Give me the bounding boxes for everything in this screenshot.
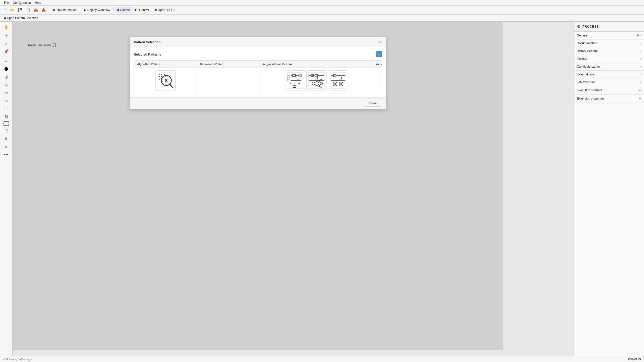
svg-point-3 — [159, 76, 160, 77]
right-panel-title: PROCESS — [582, 25, 599, 28]
panel-section-candidate-starter[interactable]: Candidate starter › — [574, 63, 644, 71]
right-panel: ⚙ PROCESS General › Documentation › Hist… — [574, 22, 644, 356]
history-cleanup-label: History cleanup — [577, 49, 598, 53]
panel-section-general[interactable]: General › — [574, 32, 644, 39]
open-pattern-selection-label: Open Pattern Selection — [7, 16, 38, 20]
main-layout: ✋ ✛ ⤢ 📌 ○ ⬤ ◎ ◇ ▭ ⊟ 📄 🗄 ⬚ ⊟ ▱ ••• Token … — [0, 22, 644, 356]
gear-icon: ⚙ — [577, 24, 580, 29]
svg-text:R: R — [334, 75, 335, 77]
open-pattern-selection-button[interactable]: ■ Open Pattern Selection — [2, 16, 40, 21]
panel-section-external-task[interactable]: External task › — [574, 71, 644, 78]
tool-stack[interactable]: 🗄 — [2, 113, 11, 120]
svg-text:T: T — [340, 77, 341, 79]
quantme-icon: ■ — [135, 8, 137, 12]
canvas-area: Token Simulation 🔄 Pattern Selection ✕ S… — [13, 22, 574, 356]
documentation-arrow: › — [640, 42, 641, 45]
tool-task[interactable]: ▭ — [2, 89, 11, 96]
save-as-button[interactable]: 📋 — [24, 7, 32, 13]
save-button[interactable]: 💾 — [17, 7, 24, 13]
panel-section-job-execution[interactable]: Job execution › — [574, 78, 644, 86]
deploy-icon: ▶ — [84, 8, 86, 12]
tool-rect-border[interactable] — [4, 121, 9, 126]
export-button[interactable]: 📤 — [32, 7, 39, 13]
check-icon: ✓ — [3, 357, 5, 361]
tool-cross-rect[interactable]: ⬚ — [2, 127, 11, 134]
right-panel-header: ⚙ PROCESS — [574, 22, 644, 32]
aug-svg-1: |0> |0> |0> — [286, 72, 303, 89]
tool-diamond[interactable]: ◇ — [2, 81, 11, 88]
history-cleanup-arrow: › — [640, 50, 641, 53]
bpmn-logo: BPMN.IO — [628, 358, 641, 361]
tool-grid[interactable]: ⊟ — [2, 135, 11, 142]
job-execution-label: Job execution — [577, 80, 595, 84]
pattern-table: Algorithm Pattern Behavioral Pattern Aug… — [134, 60, 382, 93]
dialog-header: Pattern Selection ✕ — [130, 37, 386, 47]
execution-listeners-add[interactable]: + — [639, 88, 641, 92]
deploy-workflow-button[interactable]: ▶ Deploy Workflow — [82, 7, 112, 13]
done-button[interactable]: Done — [364, 100, 382, 107]
tool-circle-dot[interactable]: ◎ — [2, 73, 11, 80]
tool-arrows[interactable]: ⤢ — [2, 40, 11, 47]
algorithm-pattern-svg: $ — [157, 72, 174, 89]
new-button[interactable]: 📄 — [1, 7, 8, 13]
toolbar-sep-3 — [113, 8, 114, 13]
add-pattern-button[interactable]: + — [376, 51, 382, 57]
aug-svg-2: H — [308, 72, 325, 89]
col-augmentation: Augmentation Pattern — [260, 61, 373, 68]
tool-doc[interactable]: 📄 — [2, 105, 11, 112]
status-bar: ✓ 0 Errors, 0 Warnings BPMN.IO — [0, 356, 644, 362]
panel-section-extension-properties[interactable]: Extension properties + — [574, 95, 644, 103]
job-execution-arrow: › — [640, 81, 641, 84]
pattern-label: Pattern — [120, 8, 130, 12]
dialog-close-button[interactable]: ✕ — [377, 39, 382, 44]
opentosca-button[interactable]: ■ OpenTOSCA — [153, 7, 177, 13]
open-button[interactable]: 📂 — [9, 7, 16, 13]
opentosca-label: OpenTOSCA — [158, 8, 175, 12]
extension-properties-label: Extension properties — [577, 97, 604, 100]
tool-circle-filled[interactable]: ⬤ — [2, 65, 11, 72]
external-task-label: External task — [577, 73, 594, 76]
algorithm-pattern-cell: $ — [134, 68, 197, 93]
augmentation-pattern-image-2: H — [306, 70, 327, 90]
panel-section-tasklist[interactable]: Tasklist › — [574, 55, 644, 63]
col-behavioral: Behavioral Pattern — [197, 61, 260, 68]
quantme-button[interactable]: ■ QuantME — [133, 7, 152, 13]
tool-circle-empty[interactable]: ○ — [2, 57, 11, 64]
dialog-body: Selected Patterns + Algorithm Pattern Be… — [130, 47, 386, 97]
transformation-button[interactable]: ⇄ Transformation — [51, 7, 78, 13]
svg-text:$: $ — [165, 78, 168, 83]
main-toolbar: 📄 📂 💾 📋 📤 📥 ⇄ Transformation ▶ Deploy Wo… — [0, 6, 644, 15]
svg-point-2 — [164, 74, 165, 75]
algorithm-pattern-image: $ — [155, 70, 176, 90]
svg-text:H: H — [311, 75, 313, 77]
pattern-button[interactable]: ■ Pattern — [115, 7, 132, 13]
menu-configuration[interactable]: Configuration — [11, 1, 33, 5]
tool-filmstrip[interactable]: ⊟ — [2, 97, 11, 104]
tool-rect-pool[interactable]: ▱ — [2, 143, 11, 150]
selected-patterns-title: Selected Patterns — [134, 53, 161, 56]
tool-more[interactable]: ••• — [2, 151, 11, 158]
svg-point-0 — [159, 74, 160, 75]
opentosca-icon: ■ — [155, 8, 157, 12]
tool-cross[interactable]: ✛ — [2, 32, 11, 39]
transformation-label: Transformation — [56, 8, 76, 12]
extension-properties-add[interactable]: + — [639, 97, 641, 101]
menu-file[interactable]: File — [2, 1, 11, 5]
tasklist-label: Tasklist — [577, 57, 587, 61]
errors-warnings-label: 0 Errors, 0 Warnings — [6, 358, 31, 361]
external-task-arrow: › — [640, 73, 641, 76]
panel-section-history-cleanup[interactable]: History cleanup › — [574, 47, 644, 55]
menu-help[interactable]: Help — [33, 1, 43, 5]
tool-hand[interactable]: ✋ — [2, 24, 11, 31]
pattern-table-row: $ — [134, 68, 382, 93]
toolbar-sep-2 — [80, 8, 80, 13]
svg-rect-17 — [293, 74, 296, 77]
svg-point-53 — [340, 83, 342, 85]
import-button[interactable]: 📥 — [40, 7, 47, 13]
augmentation-pattern-image-3: R T — [328, 70, 348, 90]
svg-point-47 — [334, 83, 336, 85]
panel-section-execution-listeners[interactable]: Execution listeners + — [574, 86, 644, 95]
tool-pin[interactable]: 📌 — [2, 48, 11, 55]
dialog-footer: Done — [130, 97, 386, 109]
panel-section-documentation[interactable]: Documentation › — [574, 39, 644, 47]
